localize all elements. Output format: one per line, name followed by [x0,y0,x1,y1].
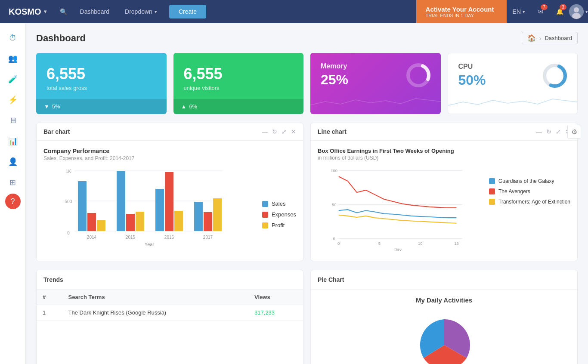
bar-chart-main-title: Company Performance [43,148,296,154]
sales-dot [262,201,268,207]
col-num: # [37,290,62,305]
table-row: 1 The Dark Knight Rises (Google Russia) … [37,305,303,321]
svg-text:100: 100 [331,168,337,173]
breadcrumb-current: Dashboard [545,35,572,41]
sidebar-item-power[interactable]: ⚡ [2,90,24,109]
home-icon[interactable]: 🏠 [527,34,536,42]
close-icon[interactable]: ✕ [291,128,296,135]
page-title: Dashboard [36,33,86,44]
user-avatar-button[interactable]: ▾ [569,0,588,23]
svg-rect-16 [117,171,125,231]
table-header-row: # Search Terms Views [37,290,303,305]
bar-chart-header: Bar chart — ↻ ⤢ ✕ [37,123,303,141]
pie-subtitle: My Daily Activities [416,296,472,304]
svg-text:500: 500 [65,199,72,204]
lc-refresh-icon[interactable]: ↻ [546,128,551,135]
svg-text:2016: 2016 [164,235,174,240]
avengers-dot [489,188,495,194]
line-chart-title: Line chart [318,128,347,135]
down-arrow-icon: ▼ [44,103,50,110]
create-button[interactable]: Create [169,5,206,19]
stat-card-visitors: 6,555 unique visitors ▲ 6% [173,53,304,114]
main-content: Dashboard 🏠 › Dashboard 6,555 total sale… [26,23,588,364]
expand-icon[interactable]: ⤢ [282,128,287,135]
svg-rect-14 [87,213,96,231]
sidebar-item-accent[interactable]: ? [5,194,21,209]
sidebar-item-lab[interactable]: 🧪 [2,70,24,89]
svg-text:50: 50 [332,202,337,207]
trends-title: Trends [43,276,63,283]
nav-brand[interactable]: KOSMO ▾ [0,7,55,17]
lc-minimize-icon[interactable]: — [536,128,542,135]
legend-profit: Profit [262,222,296,228]
trends-table: # Search Terms Views 1 The Dark Knight R… [37,290,303,321]
expenses-dot [262,212,268,218]
legend-expenses: Expenses [262,211,296,218]
pie-chart-header: Pie Chart [311,270,577,290]
line-chart-svg: 100 50 0 [318,165,485,251]
stat-card-cpu: CPU 50% [448,53,578,114]
nav-dropdown[interactable]: Dropdown ▾ [117,0,165,23]
row-views: 317,233 [248,305,303,321]
activate-account-button[interactable]: Activate Your Account TRIAL ENDS IN 1 DA… [416,0,507,23]
sidebar-item-grid[interactable]: ⊞ [2,173,24,192]
sidebar-item-charts[interactable]: 📊 [2,132,24,151]
top-nav: KOSMO ▾ 🔍 Dashboard Dropdown ▾ Create Ac… [0,0,588,23]
settings-gear-button[interactable]: ⚙ [567,125,581,139]
col-search-terms: Search Terms [62,290,248,305]
guardians-dot [489,178,495,184]
bar-chart-body: Company Performance Sales, Expenses, and… [37,141,303,261]
nav-dashboard[interactable]: Dashboard [72,0,118,23]
svg-text:0: 0 [67,231,70,235]
sidebar-item-dashboard[interactable]: ⏱ [2,28,24,47]
svg-text:5: 5 [378,241,381,246]
sales-label: total sales gross [46,85,156,91]
visitors-footer: ▲ 6% [173,99,304,114]
bar-chart-legend: Sales Expenses Profit [262,167,296,254]
pie-svg [397,311,492,364]
breadcrumb-separator: › [539,35,542,42]
svg-rect-13 [78,181,87,231]
messages-badge: 7 [541,4,548,10]
sidebar-item-monitor[interactable]: 🖥 [2,111,24,130]
svg-rect-15 [97,220,105,231]
brand-chevron-icon: ▾ [44,9,46,15]
svg-text:0: 0 [333,236,335,241]
legend-guardians: Guardians of the Galaxy [489,178,570,184]
notifications-button[interactable]: 🔔 3 [550,0,569,23]
svg-rect-22 [194,202,203,231]
svg-rect-21 [174,211,183,231]
svg-point-2 [572,13,581,19]
minimize-icon[interactable]: — [262,128,268,135]
svg-rect-23 [204,212,212,231]
lang-chevron-icon: ▾ [523,9,525,15]
avatar-chevron-icon: ▾ [585,9,588,15]
row-term: The Dark Knight Rises (Google Russia) [62,305,248,321]
search-button[interactable]: 🔍 [55,8,72,15]
sidebar-item-profile[interactable]: 👤 [2,152,24,171]
bar-chart-subtitle: Sales, Expenses, and Profit: 2014-2017 [43,155,296,161]
stat-cards: 6,555 total sales gross ▼ 5% 6,555 uniqu… [36,53,578,114]
col-views: Views [248,290,303,305]
transformers-dot [489,199,495,205]
bar-chart-card: Bar chart — ↻ ⤢ ✕ Company Performance Sa… [36,123,303,261]
svg-text:1K: 1K [66,169,71,174]
line-chart-card: Line chart — ↻ ⤢ ✕ Box Office Earnings i… [310,123,578,261]
pie-chart-card: Pie Chart My Daily Activities [310,270,578,364]
notifications-badge: 3 [560,4,566,10]
line-chart-actions: — ↻ ⤢ ✕ [536,128,570,135]
language-selector[interactable]: EN ▾ [507,0,531,23]
stat-card-memory: Memory 25% [310,53,441,114]
lc-expand-icon[interactable]: ⤢ [556,128,561,135]
pie-chart-title: Pie Chart [318,276,344,283]
line-chart-body: Box Office Earnings in First Two Weeks o… [311,141,577,259]
refresh-icon[interactable]: ↻ [272,128,277,135]
nav-links: Dashboard Dropdown ▾ [72,0,165,23]
up-arrow-icon: ▲ [181,103,187,110]
avatar [569,4,584,19]
profit-dot [262,222,268,228]
page-header: Dashboard 🏠 › Dashboard [36,32,578,44]
sidebar-item-users[interactable]: 👥 [2,49,24,68]
messages-button[interactable]: ✉ 7 [531,0,550,23]
bar-chart-svg-area: 1K 500 0 [43,167,255,254]
